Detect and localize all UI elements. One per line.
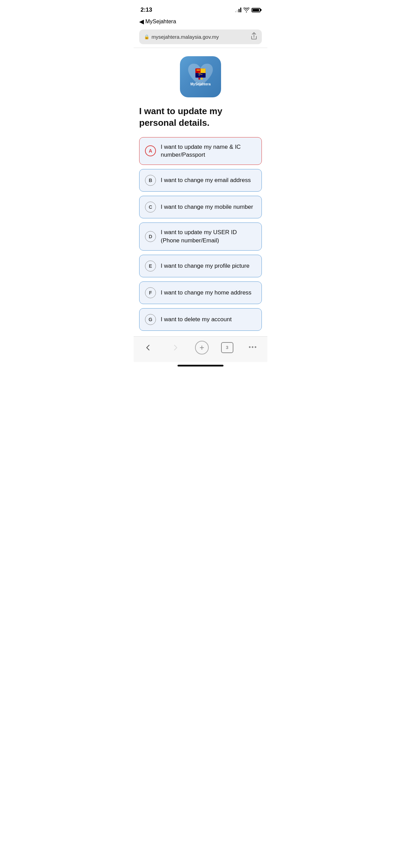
svg-rect-6 bbox=[196, 69, 200, 70]
tab-switcher-button[interactable]: 3 bbox=[221, 342, 233, 353]
option-letter-f: F bbox=[145, 287, 156, 298]
url-content: 🔒 mysejahtera.malaysia.gov.my bbox=[144, 34, 219, 40]
svg-rect-7 bbox=[198, 77, 200, 80]
option-item-a[interactable]: AI want to update my name & IC number/Pa… bbox=[139, 137, 262, 165]
option-letter-c: C bbox=[145, 202, 156, 213]
new-tab-button[interactable]: + bbox=[195, 341, 209, 354]
options-list: AI want to update my name & IC number/Pa… bbox=[139, 137, 262, 331]
wifi-icon bbox=[243, 8, 250, 12]
url-bar-container: 🔒 mysejahtera.malaysia.gov.my bbox=[134, 28, 267, 48]
svg-rect-3 bbox=[195, 73, 205, 77]
lock-icon: 🔒 bbox=[144, 34, 149, 39]
home-bar bbox=[178, 365, 223, 366]
option-item-g[interactable]: GI want to delete my account bbox=[139, 308, 262, 331]
share-icon[interactable] bbox=[251, 32, 257, 41]
logo-box: ★ MySejahtera bbox=[180, 56, 221, 97]
option-item-f[interactable]: FI want to change my home address bbox=[139, 281, 262, 304]
logo-text: MySejahtera bbox=[191, 82, 211, 86]
browser-bar: + 3 ••• bbox=[134, 336, 267, 362]
back-arrow-icon: ◀ bbox=[139, 18, 144, 25]
add-icon: + bbox=[199, 343, 204, 352]
back-browser-button[interactable] bbox=[141, 340, 156, 355]
option-text-c: I want to change my mobile number bbox=[161, 203, 253, 211]
status-icons bbox=[235, 8, 260, 12]
url-text: mysejahtera.malaysia.gov.my bbox=[151, 34, 219, 40]
option-text-e: I want to change my profile picture bbox=[161, 262, 250, 270]
logo-container: ★ MySejahtera bbox=[139, 56, 262, 97]
battery-icon bbox=[252, 8, 260, 12]
option-letter-g: G bbox=[145, 314, 156, 325]
option-item-d[interactable]: DI want to update my USER ID (Phone numb… bbox=[139, 222, 262, 251]
option-letter-b: B bbox=[145, 175, 156, 186]
option-text-g: I want to delete my account bbox=[161, 315, 232, 324]
option-item-c[interactable]: CI want to change my mobile number bbox=[139, 196, 262, 218]
option-text-b: I want to change my email address bbox=[161, 176, 251, 184]
option-letter-d: D bbox=[145, 231, 156, 242]
option-item-b[interactable]: BI want to change my email address bbox=[139, 169, 262, 192]
coat-of-arms-icon: ★ bbox=[193, 67, 208, 82]
more-icon: ••• bbox=[249, 344, 257, 351]
option-letter-a: A bbox=[145, 145, 156, 156]
svg-rect-8 bbox=[201, 77, 202, 80]
main-content: ★ MySejahtera I want to update my person… bbox=[134, 48, 267, 336]
more-options-button[interactable]: ••• bbox=[245, 340, 260, 355]
url-bar[interactable]: 🔒 mysejahtera.malaysia.gov.my bbox=[139, 29, 262, 44]
forward-browser-button[interactable] bbox=[168, 340, 183, 355]
status-time: 2:13 bbox=[141, 7, 152, 13]
back-button[interactable]: ◀ MySejahtera bbox=[139, 18, 176, 25]
signal-icon bbox=[235, 8, 241, 12]
tab-count: 3 bbox=[226, 345, 228, 350]
option-text-f: I want to change my home address bbox=[161, 289, 252, 297]
option-item-e[interactable]: EI want to change my profile picture bbox=[139, 255, 262, 277]
nav-bar: ◀ MySejahtera bbox=[134, 16, 267, 28]
status-bar: 2:13 bbox=[134, 0, 267, 16]
option-letter-e: E bbox=[145, 261, 156, 272]
option-text-a: I want to update my name & IC number/Pas… bbox=[161, 143, 256, 159]
svg-rect-2 bbox=[200, 68, 206, 73]
svg-rect-1 bbox=[195, 68, 200, 73]
back-label: MySejahtera bbox=[145, 19, 176, 25]
svg-point-4 bbox=[198, 73, 200, 75]
svg-text:★: ★ bbox=[201, 73, 203, 75]
page-title: I want to update my personal details. bbox=[139, 106, 262, 129]
option-text-d: I want to update my USER ID (Phone numbe… bbox=[161, 228, 256, 245]
home-indicator bbox=[134, 362, 267, 369]
